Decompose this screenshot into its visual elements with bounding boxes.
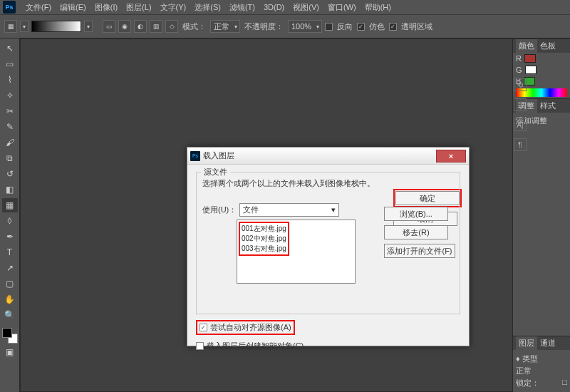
browse-button[interactable]: 浏览(B)... — [384, 207, 448, 221]
move-tool[interactable]: ↖ — [2, 41, 18, 56]
r-swatch[interactable] — [524, 54, 536, 63]
layers-tab[interactable]: 图层 — [516, 336, 537, 350]
menu-layer[interactable]: 图层(L) — [122, 1, 155, 14]
gradient-tool-icon[interactable]: ▦ — [4, 20, 17, 33]
mode-select[interactable]: 正常 — [210, 20, 240, 33]
gradient-diamond-icon[interactable]: ◇ — [165, 20, 178, 33]
options-bar: ▦ ▾ ▾ ▭ ◉ ◐ ▥ ◇ 模式： 正常 不透明度： 100% 反向 ✓ 仿… — [0, 14, 570, 38]
transparency-checkbox[interactable]: ✓ — [389, 23, 397, 31]
gradient-tool[interactable]: ▦ — [2, 198, 18, 212]
marquee-tool[interactable]: ▭ — [2, 57, 18, 71]
gradient-dropdown[interactable]: ▾ — [84, 21, 93, 32]
channels-tab[interactable]: 通道 — [540, 338, 556, 349]
history-panel-icon[interactable]: ⟲ — [514, 78, 527, 91]
dialog-app-icon: Ps — [190, 151, 200, 161]
menu-view[interactable]: 视图(V) — [289, 1, 323, 14]
g-swatch[interactable] — [525, 66, 537, 74]
gradient-radial-icon[interactable]: ◉ — [118, 20, 131, 33]
smartobj-label: 载入图层后创建智能对象(C) — [207, 341, 304, 351]
lock-label: 锁定： — [516, 378, 539, 388]
gradient-angle-icon[interactable]: ◐ — [134, 20, 147, 33]
fg-bg-swatch[interactable] — [2, 328, 18, 344]
hand-tool[interactable]: ✋ — [2, 292, 18, 306]
dither-checkbox[interactable]: ✓ — [357, 23, 365, 31]
source-desc: 选择两个或两个以上的文件来载入到图像堆栈中。 — [202, 178, 454, 189]
opacity-select[interactable]: 100% — [288, 20, 322, 33]
gradient-linear-icon[interactable]: ▭ — [103, 20, 115, 33]
reverse-label: 反向 — [336, 21, 354, 32]
autoalign-label: 尝试自动对齐源图像(A) — [210, 322, 291, 333]
quickmask-icon[interactable]: ▣ — [2, 345, 18, 359]
lock-icons[interactable]: □ — [562, 378, 567, 388]
menu-3d[interactable]: 3D(D) — [259, 1, 289, 13]
toolbox: ↖ ▭ ⌇ ✧ ✂ ✎ 🖌 ⧉ ↺ ◧ ▦ ◊ ✒ T ↗ ▢ ✋ 🔍 ▣ — [0, 38, 20, 392]
tool-preset-dropdown[interactable]: ▾ — [20, 21, 28, 32]
eyedropper-tool[interactable]: ✎ — [2, 120, 18, 134]
file-listbox[interactable]: 001左对焦.jpg 002中对焦.jpg 003右对焦.jpg — [237, 220, 356, 284]
stamp-tool[interactable]: ⧉ — [2, 151, 18, 165]
color-tab[interactable]: 颜色 — [516, 39, 537, 53]
character-panel-icon[interactable]: A| — [514, 118, 527, 131]
crop-tool[interactable]: ✂ — [2, 104, 18, 118]
source-legend: 源文件 — [201, 167, 230, 177]
menu-help[interactable]: 帮助(H) — [361, 1, 395, 14]
add-open-button[interactable]: 添加打开的文件(F) — [384, 244, 455, 258]
wand-tool[interactable]: ✧ — [2, 88, 18, 103]
dialog-title: 载入图层 — [203, 150, 436, 161]
menu-image[interactable]: 图像(I) — [90, 1, 122, 14]
history-brush-tool[interactable]: ↺ — [2, 167, 18, 181]
source-fieldset: 源文件 选择两个或两个以上的文件来载入到图像堆栈中。 使用(U)： 文件▾ 00… — [196, 172, 460, 314]
layers-panel-header: 图层 通道 — [513, 336, 570, 350]
styles-tab[interactable]: 样式 — [540, 100, 556, 111]
layer-kind[interactable]: ♦ 类型 — [516, 354, 538, 364]
color-panel-header: 颜色 色板 — [513, 38, 570, 53]
opacity-label: 不透明度： — [243, 21, 285, 32]
collapsed-panel-icons: ⟲ ☰ A| ¶ — [512, 78, 529, 151]
dither-label: 仿色 — [368, 21, 386, 32]
gradient-reflected-icon[interactable]: ▥ — [150, 20, 162, 33]
menubar: Ps 文件(F) 编辑(E) 图像(I) 图层(L) 文字(Y) 选择(S) 滤… — [0, 0, 570, 14]
file-item[interactable]: 003右对焦.jpg — [242, 244, 286, 254]
shape-tool[interactable]: ▢ — [2, 277, 18, 291]
menu-edit[interactable]: 编辑(E) — [56, 1, 90, 14]
menu-filter[interactable]: 滤镜(T) — [225, 1, 259, 14]
use-combobox[interactable]: 文件▾ — [239, 203, 339, 217]
file-item[interactable]: 001左对焦.jpg — [242, 224, 286, 234]
menu-type[interactable]: 文字(Y) — [156, 1, 191, 14]
menu-file[interactable]: 文件(F) — [21, 1, 56, 14]
zoom-tool[interactable]: 🔍 — [2, 308, 18, 322]
app-logo: Ps — [3, 1, 16, 14]
use-label: 使用(U)： — [202, 205, 237, 215]
autoalign-checkbox[interactable]: ✓ — [200, 324, 207, 331]
remove-button[interactable]: 移去(R) — [384, 225, 448, 239]
blend-mode[interactable]: 正常 — [516, 366, 532, 376]
gradient-swatch[interactable] — [31, 21, 81, 32]
layers-body: ♦ 类型 正常 锁定：□ — [513, 350, 570, 392]
chevron-down-icon: ▾ — [331, 205, 336, 215]
properties-panel-icon[interactable]: ☰ — [514, 98, 527, 111]
type-tool[interactable]: T — [2, 245, 18, 259]
menu-select[interactable]: 选择(S) — [190, 1, 225, 14]
close-button[interactable]: × — [436, 150, 466, 163]
swatches-tab[interactable]: 色板 — [540, 41, 556, 51]
brush-tool[interactable]: 🖌 — [2, 135, 18, 150]
reverse-checkbox[interactable] — [325, 23, 333, 31]
dialog-titlebar[interactable]: Ps 载入图层 × — [187, 148, 469, 165]
lasso-tool[interactable]: ⌇ — [2, 73, 18, 87]
r-label: R — [516, 54, 522, 63]
smartobj-checkbox[interactable] — [196, 342, 204, 350]
pen-tool[interactable]: ✒ — [2, 229, 18, 244]
transparency-label: 透明区域 — [400, 21, 434, 32]
paragraph-panel-icon[interactable]: ¶ — [514, 138, 527, 151]
file-item[interactable]: 002中对焦.jpg — [242, 234, 286, 244]
path-tool[interactable]: ↗ — [2, 261, 18, 275]
menu-window[interactable]: 窗口(W) — [323, 1, 361, 14]
mode-label: 模式： — [181, 21, 207, 32]
eraser-tool[interactable]: ◧ — [2, 182, 18, 197]
g-label: G — [516, 66, 522, 74]
load-layers-dialog: Ps 载入图层 × 确定 取消 源文件 选择两个或两个以上的文件来载入到图像堆栈… — [187, 147, 470, 346]
blur-tool[interactable]: ◊ — [2, 214, 18, 228]
